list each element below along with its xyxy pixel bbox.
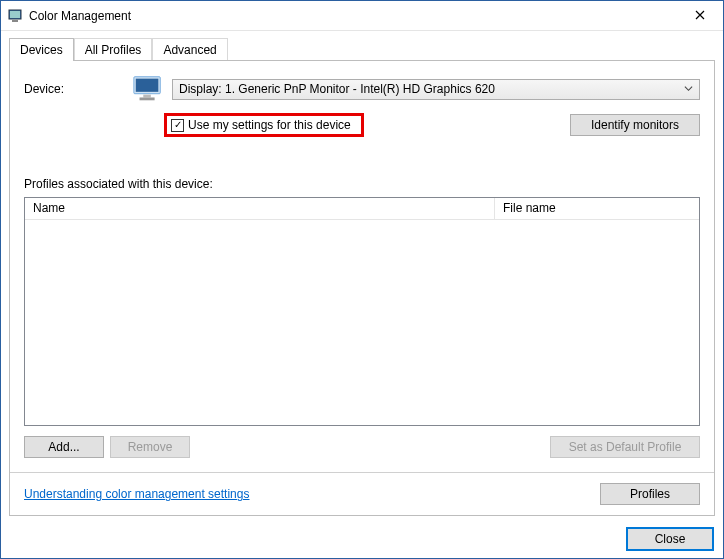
svg-rect-2 <box>12 20 18 22</box>
listview-body <box>25 220 699 425</box>
add-button-label: Add... <box>48 440 79 454</box>
use-settings-label: Use my settings for this device <box>188 118 351 132</box>
column-header-file[interactable]: File name <box>495 198 699 219</box>
set-default-profile-button: Set as Default Profile <box>550 436 700 458</box>
divider <box>10 472 714 473</box>
bottom-row: Understanding color management settings … <box>24 483 700 505</box>
tab-advanced-label: Advanced <box>163 43 216 57</box>
svg-rect-4 <box>136 79 159 92</box>
tab-devices-label: Devices <box>20 43 63 57</box>
titlebar: Color Management <box>1 1 723 31</box>
profiles-button-label: Profiles <box>630 487 670 501</box>
remove-button-label: Remove <box>128 440 173 454</box>
column-name-label: Name <box>33 201 65 215</box>
understanding-link-label: Understanding color management settings <box>24 487 249 501</box>
understanding-link[interactable]: Understanding color management settings <box>24 487 249 501</box>
device-dropdown[interactable]: Display: 1. Generic PnP Monitor - Intel(… <box>172 79 700 100</box>
dialog-buttons: Close <box>1 522 723 558</box>
profiles-associated-label: Profiles associated with this device: <box>24 177 700 191</box>
identify-monitors-button[interactable]: Identify monitors <box>570 114 700 136</box>
device-row: Device: Display: 1. Generic PnP Monitor … <box>24 75 700 103</box>
device-label: Device: <box>24 82 124 96</box>
highlight-box: ✓ Use my settings for this device <box>164 113 364 137</box>
check-icon: ✓ <box>174 120 182 130</box>
devices-panel: Device: Display: 1. Generic PnP Monitor … <box>9 60 715 516</box>
remove-button: Remove <box>110 436 190 458</box>
profile-actions-row: Add... Remove Set as Default Profile <box>24 436 700 458</box>
tab-advanced[interactable]: Advanced <box>152 38 227 61</box>
chevron-down-icon <box>684 84 693 95</box>
add-button[interactable]: Add... <box>24 436 104 458</box>
column-header-name[interactable]: Name <box>25 198 495 219</box>
app-icon <box>7 8 23 24</box>
set-default-label: Set as Default Profile <box>569 440 682 454</box>
profiles-listview[interactable]: Name File name <box>24 197 700 426</box>
settings-row: ✓ Use my settings for this device Identi… <box>164 113 700 137</box>
identify-monitors-label: Identify monitors <box>591 118 679 132</box>
profiles-button[interactable]: Profiles <box>600 483 700 505</box>
svg-rect-6 <box>140 97 155 100</box>
color-management-window: Color Management Devices All Profiles Ad… <box>0 0 724 559</box>
tab-all-profiles[interactable]: All Profiles <box>74 38 153 61</box>
device-selected-text: Display: 1. Generic PnP Monitor - Intel(… <box>179 82 495 96</box>
close-button[interactable]: Close <box>627 528 713 550</box>
window-title: Color Management <box>29 9 131 23</box>
use-settings-checkbox[interactable]: ✓ <box>171 119 184 132</box>
tabstrip: Devices All Profiles Advanced <box>1 31 723 60</box>
tab-devices[interactable]: Devices <box>9 38 74 61</box>
close-button-label: Close <box>655 532 686 546</box>
listview-header: Name File name <box>25 198 699 220</box>
svg-rect-1 <box>10 11 20 18</box>
tab-all-profiles-label: All Profiles <box>85 43 142 57</box>
close-icon <box>695 8 705 23</box>
column-file-label: File name <box>503 201 556 215</box>
monitor-icon <box>132 75 164 103</box>
svg-rect-5 <box>143 95 151 98</box>
window-close-button[interactable] <box>677 1 723 31</box>
